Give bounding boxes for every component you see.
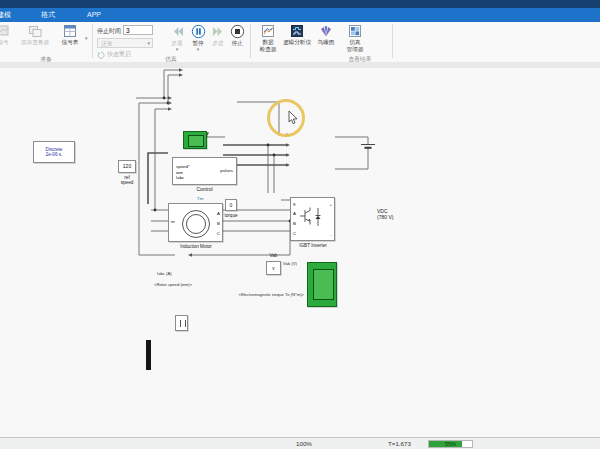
control-name-label: Control: [172, 187, 237, 193]
click-highlight-circle: [267, 99, 305, 137]
zoom-level: 100%: [296, 440, 312, 447]
dc-source-symbol: [361, 145, 375, 148]
signal-table-button[interactable]: 信号表: [54, 24, 86, 46]
signal-label-rotor-speed: <Rotor speed (wm)>: [154, 283, 192, 288]
stop-icon: [230, 24, 245, 39]
igbt-inverter-block[interactable]: g A B C + -: [290, 197, 335, 241]
title-bar: [0, 0, 600, 8]
mouse-cursor: [288, 111, 298, 125]
ribbon-tab-bar: 建模 格式 APP: [0, 8, 600, 22]
step-back-icon: [170, 24, 185, 39]
igbt-symbol: [299, 206, 327, 234]
motor-symbol-inner: [186, 214, 206, 234]
pause-button[interactable]: 暂停 ▾: [188, 24, 208, 52]
group-divider: [92, 24, 93, 58]
sim-manager-button[interactable]: 仿真管理器: [340, 24, 370, 52]
birds-eye-button[interactable]: 鸟瞰图: [311, 24, 341, 46]
add-viewer-icon: [28, 24, 42, 38]
logic-analyzer-button[interactable]: 逻辑分析仪: [282, 24, 312, 46]
step-forward-button[interactable]: 步进: [208, 24, 228, 47]
scope-screen: [313, 269, 334, 300]
vab-measurement-block[interactable]: v: [266, 261, 281, 275]
simulation-time: T=1.673: [388, 440, 411, 447]
signal-label-vab: Vab (V): [283, 262, 297, 267]
sim-manager-icon: [348, 24, 362, 38]
powergui-block[interactable]: Discrete2e-06 s.: [33, 141, 75, 163]
group-divider: [250, 24, 251, 58]
pause-icon: [191, 24, 206, 39]
motor-name-label: Induction Motor: [154, 244, 238, 249]
tab-apps[interactable]: APP: [80, 8, 108, 22]
ref-speed-constant-block[interactable]: 120: [118, 160, 136, 173]
group-divider: [392, 24, 393, 58]
tab-format[interactable]: 格式: [34, 8, 62, 22]
bus-wires: [148, 153, 168, 204]
prepare-more-caret[interactable]: ▾: [85, 36, 88, 41]
ribbon-toolstrip: 信号 添加查看器 信号表 ▾ 准备 停止时间 正常 ▾ 快速重启 步退 ▾ 暂停…: [0, 22, 600, 63]
ref-speed-label: refspeed: [112, 175, 142, 185]
vab-meter-label: Vab: [262, 253, 285, 258]
simulation-progress-bar: 55%: [428, 440, 473, 448]
data-inspector-button[interactable]: 数据检查器: [253, 24, 283, 52]
tab-modeling[interactable]: 建模: [0, 8, 18, 22]
main-scope-block[interactable]: [307, 262, 337, 307]
speed-scope-block[interactable]: [183, 131, 207, 149]
add-viewer-button[interactable]: 添加查看器: [16, 24, 54, 46]
simulation-mode-combo[interactable]: 正常 ▾: [97, 38, 153, 48]
induction-motor-block[interactable]: m A B C: [168, 203, 223, 242]
tm-port-label: Tm: [197, 197, 203, 201]
control-subsystem-block[interactable]: speed* wm Iabc pulses: [172, 157, 237, 185]
signal-label-torque: <Electromagnetic torque Te (N*m)>: [210, 293, 304, 298]
birds-eye-icon: [319, 24, 333, 38]
logic-analyzer-icon: [290, 24, 304, 38]
scope-screen: [188, 135, 204, 147]
stop-time-input[interactable]: [123, 25, 153, 35]
torque-constant-block[interactable]: 0: [225, 199, 237, 211]
signal-table-icon: [63, 24, 77, 38]
progress-label: 55%: [429, 441, 472, 447]
signal-label-iabc: Iabc (A): [157, 272, 172, 277]
model-canvas[interactable]: Discrete2e-06 s. 120 refspeed speed* wm …: [0, 68, 600, 437]
bus-selector-block[interactable]: [146, 340, 151, 370]
status-bar: 100% T=1.673 55%: [0, 437, 600, 449]
speed-conversion-block[interactable]: [175, 315, 188, 331]
stop-time-label: 停止时间: [97, 27, 121, 36]
inverter-name-label: IGBT Inverter: [282, 243, 344, 248]
step-forward-icon: [211, 24, 226, 39]
signal-icon: [0, 24, 10, 38]
data-inspector-icon: [261, 24, 275, 38]
step-back-button[interactable]: 步退 ▾: [167, 24, 187, 52]
stop-button[interactable]: 停止: [227, 24, 247, 47]
vdc-label: VDC(780 V): [377, 209, 393, 220]
mode-caret: ▾: [147, 41, 150, 46]
conversion-glyph: [180, 320, 186, 327]
